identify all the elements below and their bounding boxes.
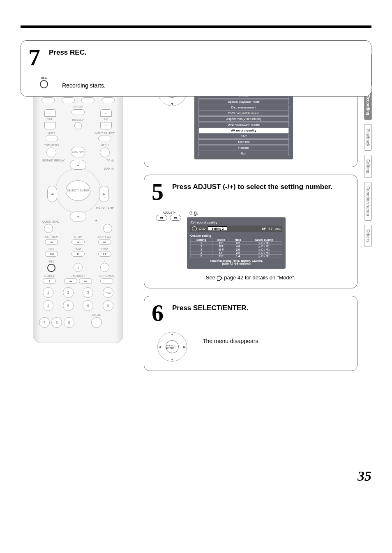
num-7-button[interactable]: 7 — [39, 317, 50, 328]
th-rate: Rate — [230, 238, 246, 241]
quick-menu-item: Aspect ratio(Video mode) — [198, 116, 289, 122]
num-3-button[interactable]: 3 — [83, 287, 93, 298]
down-arrow-icon: ▼ — [169, 357, 175, 362]
select-enter-button[interactable]: SELECT/ ENTER — [66, 180, 90, 201]
quick-menu-item: DVD-Video:CHP create — [198, 122, 289, 127]
num-8-button[interactable]: 8 — [51, 317, 62, 328]
clear-label: CLEAR — [92, 313, 101, 316]
num-2-button[interactable]: 2 — [63, 287, 74, 298]
star-button[interactable] — [103, 224, 112, 233]
table-cell: L P — [212, 251, 230, 254]
num-4-button[interactable]: 4 — [43, 300, 53, 311]
num-1-button[interactable]: 1 — [43, 287, 53, 298]
table-cell: X P — [212, 241, 230, 244]
step-5-box: 5 Press ADJUST (-/+) to select the setti… — [144, 175, 357, 288]
setup-label: SETUP — [74, 106, 83, 108]
table-row: 1X P9.2▯▯ D / M1 — [191, 241, 282, 244]
rev-label: REV — [48, 247, 54, 250]
table-row: 4L P2.2▯▯ D / M1 — [191, 251, 282, 254]
o-label: ○ — [104, 259, 106, 262]
adjust-plus-button[interactable]: ⏭ — [79, 278, 92, 284]
table-cell: 9.2 — [230, 241, 246, 244]
quick-menu-button[interactable]: ↻ — [44, 224, 53, 233]
search-label: SEARCH — [44, 274, 55, 277]
quick-menu-item: AV record quality — [198, 128, 289, 133]
easy-navi-button[interactable]: EASY NAVI — [71, 147, 85, 157]
table-cell: M P — [212, 248, 230, 251]
settings-table: Setting Mode Rate Audio quality 1X P9.2▯… — [190, 238, 282, 258]
left-arrow-icon: ◀ — [157, 344, 163, 350]
mute-button[interactable] — [45, 136, 58, 141]
rec-mini-label: REC — [41, 76, 47, 79]
num-9-button[interactable]: 9 — [64, 317, 74, 328]
easy-navi-label: EASY NAVI — [71, 151, 84, 153]
step-6-number: 6 — [152, 303, 168, 323]
th-mode: Mode — [212, 238, 230, 241]
instant-replay-label: INSTANT REPLAY — [42, 159, 65, 162]
quick-menu-item: SAP — [198, 134, 289, 139]
chp-divide-button[interactable] — [100, 278, 113, 284]
ch-label: CH — [104, 118, 108, 120]
vol-label: VOL — [47, 118, 53, 120]
table-row: 3M P3.0▯▯ D / M1 — [191, 248, 282, 251]
skip-rev-button[interactable]: ⏮ — [45, 239, 58, 245]
play-button[interactable]: ▶ — [71, 251, 85, 257]
dpad-left-button[interactable]: ◀ — [47, 186, 57, 202]
table-cell: S P — [212, 244, 230, 248]
extend-button[interactable] — [81, 97, 95, 103]
search-button[interactable]: T — [43, 278, 56, 284]
top-black-bar — [21, 25, 371, 28]
dpad-right-button[interactable]: ▶ — [99, 186, 109, 202]
vol-up-button[interactable]: ＋ — [44, 109, 56, 117]
remain-button[interactable] — [42, 97, 55, 103]
dvd-label: DVD — [199, 227, 205, 230]
vol-down-button[interactable]: － — [44, 122, 56, 129]
quick-menu-item: Disc management — [198, 105, 289, 110]
step-7-text: Press REC. — [49, 47, 364, 57]
step-5-number: 5 — [152, 182, 168, 202]
adjust-label-mini: - ADJUST+ — [161, 211, 175, 214]
menu-button[interactable] — [100, 147, 110, 157]
ch-down-button[interactable]: ﹀ — [100, 122, 112, 129]
input-select-button[interactable] — [98, 136, 111, 141]
select-enter-label: SELECT/ ENTER — [67, 189, 90, 192]
step-5-note: See page 42 for details on "Mode". — [152, 274, 350, 281]
zoom-button[interactable] — [101, 97, 115, 103]
dvd-label: DVD — [104, 167, 114, 170]
pause-button[interactable]: ⏸ — [74, 263, 83, 272]
num-5-button[interactable]: 5 — [63, 300, 74, 311]
setup-button[interactable] — [71, 109, 85, 115]
table-cell: ▯▯ D / M1 — [246, 244, 282, 248]
dvd-disc-icon — [192, 226, 197, 231]
custom-setting-label: Custom setting — [190, 234, 282, 237]
dpad-down-button[interactable]: ▼ — [70, 212, 86, 221]
step-6-box: 6 Press SELECT/ENTER. ▲ ▼ ◀ ▶ SELECT/ EN… — [144, 296, 357, 371]
rev-button[interactable]: ◀◀ — [45, 251, 58, 257]
timeslip-button[interactable] — [74, 122, 82, 129]
top-menu-button[interactable] — [46, 147, 56, 157]
rec-button[interactable] — [47, 264, 55, 272]
step-7-box: 7 Press REC. REC Recording starts. — [21, 40, 371, 97]
num-6-button[interactable]: 6 — [83, 300, 93, 311]
num-0-button[interactable]: 0 — [103, 300, 113, 311]
table-cell: ▯▯ D / M1 — [246, 241, 282, 244]
clear-button[interactable] — [91, 317, 102, 328]
skip-fwd-button[interactable]: ⏭ — [98, 239, 111, 245]
step-6-dpad-icon: ▲ ▼ ◀ ▶ SELECT/ ENTER — [156, 330, 189, 363]
o-button[interactable] — [100, 263, 109, 272]
table-row: 5E P1.4▯▯ D / M1 — [191, 254, 282, 258]
adjust-label: - ADJUST+ — [71, 274, 85, 277]
rec-label: REC — [48, 260, 54, 263]
adjust-plus-icon: ⏭ — [170, 215, 181, 221]
th-setting: Setting — [191, 238, 212, 241]
setting-suffix-rate: 4.6 — [268, 227, 272, 230]
disc-space-label: (with 4.7 GB unused) — [190, 262, 282, 265]
num-plus10-button[interactable]: +10 — [103, 287, 113, 298]
fwd-button[interactable]: ▶▶ — [98, 251, 111, 257]
dpad-up-button[interactable]: ▲ — [70, 160, 86, 170]
stop-button[interactable]: ■ — [71, 239, 85, 245]
adjust-minus-button[interactable]: ⏮ — [64, 278, 77, 284]
osd2-title: AV record quality — [190, 221, 282, 224]
ch-up-button[interactable]: ︿ — [100, 109, 112, 117]
recmode-button[interactable] — [62, 97, 75, 103]
